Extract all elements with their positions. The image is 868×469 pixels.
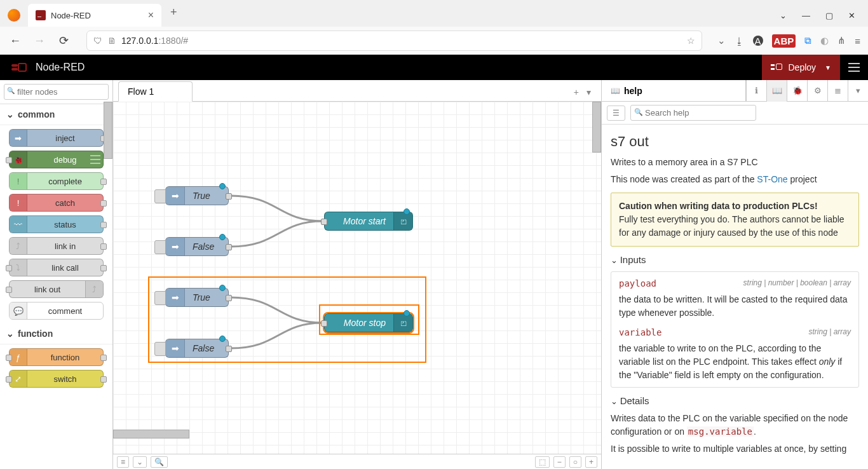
inputs-section-header[interactable]: Inputs [611,253,859,268]
caution-box: Caution when writing data to production … [611,193,859,247]
palette-sidebar: common ➡inject 🐞debug !complete !catch 〰… [0,80,113,469]
palette-node-link-out[interactable]: link out⤴ [9,280,104,298]
tab-help[interactable]: help [602,80,746,101]
input-payload: payloadstring | number | boolean | array… [611,271,859,388]
help-content[interactable]: s7 out Writes to a memory area in a S7 P… [602,125,868,469]
add-flow-button[interactable]: + [574,87,579,97]
app-header: Node-RED Deploy ▼ [0,55,868,80]
close-window-icon[interactable]: ✕ [848,11,855,20]
url-bar[interactable]: 🛡 🗎 127.0.0.1:1880/# ☆ [86,31,702,51]
inject-trigger-button[interactable] [154,189,166,203]
chevron-down-icon[interactable]: ⌄ [780,11,787,20]
zoom-in[interactable]: + [585,456,597,468]
workspace: Flow 1 + ▾ ➡True ➡False [113,80,601,469]
flow-canvas[interactable]: ➡True ➡False Motor start ⏍ ➡True [113,102,601,454]
palette-node-debug[interactable]: 🐞debug [9,151,104,168]
palette-node-switch[interactable]: ⤢switch [9,370,104,388]
workspace-tabs: Flow 1 + ▾ [113,80,601,102]
palette-node-status[interactable]: 〰status [9,215,104,233]
maximize-icon[interactable]: ▢ [825,11,833,20]
shield-icon[interactable]: 🛡 [93,36,102,46]
tab-help-icon[interactable]: 📖 [766,80,787,102]
footer-toggle-2[interactable]: ⌄ [133,456,147,468]
tab-context-icon[interactable]: ≣ [827,80,848,102]
minimize-icon[interactable]: — [802,11,810,20]
downloads-icon[interactable]: ⭳ [735,36,744,46]
tab-strip: Node-RED × + ⌄ — ▢ ✕ [0,0,868,27]
node-red-icon [11,62,31,73]
help-search-input[interactable] [630,105,756,121]
deploy-caret-icon[interactable]: ▼ [825,64,831,71]
app-title: Node-RED [36,62,85,73]
s7-out-node-motor-start[interactable]: Motor start ⏍ [324,212,413,231]
palette-node-link-call[interactable]: ⤵link call [9,259,104,276]
toc-button[interactable]: ☰ [607,105,625,121]
caution-title: Caution when writing data to production … [619,201,818,211]
abp-icon[interactable]: ABP [772,34,796,48]
window-controls: ⌄ — ▢ ✕ [780,11,855,20]
page-info-icon[interactable]: 🗎 [107,36,116,46]
inject-trigger-button[interactable] [154,240,166,254]
translate-icon[interactable]: ⧉ [804,35,811,46]
hamburger-icon[interactable]: ≡ [855,36,860,46]
tab-title: Node-RED [51,11,91,20]
palette-node-complete[interactable]: !complete [9,172,104,190]
account-icon[interactable]: A [753,36,763,46]
st-one-link[interactable]: ST-One [757,174,787,184]
close-tab-icon[interactable]: × [148,10,154,21]
palette-scrollbar[interactable] [104,102,112,159]
new-tab-button[interactable]: + [165,3,182,22]
s7-out-node-motor-stop[interactable]: Motor stop ⏍ [324,313,413,332]
footer-search[interactable]: 🔍 [151,456,168,468]
inject-trigger-button[interactable] [154,291,166,305]
palette-list[interactable]: common ➡inject 🐞debug !complete !catch 〰… [0,104,112,469]
main-menu-button[interactable] [840,55,868,80]
deploy-label: Deploy [789,62,817,72]
puzzle-icon[interactable]: ⋔ [837,35,846,46]
tab-info-icon[interactable]: ℹ [746,80,766,102]
palette-filter [0,80,112,104]
inject-trigger-button[interactable] [154,342,166,356]
back-button[interactable]: ← [8,34,23,48]
app-logo: Node-RED [11,62,85,73]
details-section-header[interactable]: Details [611,394,859,409]
palette-node-link-in[interactable]: ⤴link in [9,237,104,255]
palette-node-catch[interactable]: !catch [9,194,104,212]
tab-config-icon[interactable]: ⚙ [807,80,827,102]
category-common[interactable]: common [0,104,112,125]
help-intro: Writes to a memory area in a S7 PLC [611,156,859,169]
details-p2: It is possible to write to multiple vari… [611,442,859,456]
browser-tab[interactable]: Node-RED × [28,4,161,27]
details-p1: Writes data to the PLC on the variable s… [611,412,859,438]
palette-node-function[interactable]: ƒfunction [9,348,104,366]
bookmark-star-icon[interactable]: ☆ [687,36,695,46]
canvas-scrollbar-vertical[interactable] [592,102,601,153]
category-function[interactable]: function [0,323,112,344]
inject-node-true-2[interactable]: ➡True [165,288,229,307]
inject-node-false-2[interactable]: ➡False [165,339,229,358]
url-bar-row: ← → ⟳ 🛡 🗎 127.0.0.1:1880/# ☆ ⌄ ⭳ A ABP ⧉… [0,27,868,55]
footer-toggle-1[interactable]: ≡ [117,456,129,468]
zoom-out[interactable]: − [553,456,566,468]
browser-chrome: Node-RED × + ⌄ — ▢ ✕ ← → ⟳ 🛡 🗎 127.0.0.1… [0,0,868,55]
extension-icon[interactable]: ◐ [820,35,829,46]
inject-node-true-1[interactable]: ➡True [165,186,229,205]
firefox-icon [8,9,20,22]
tab-debug-icon[interactable]: 🐞 [787,80,807,102]
footer-map[interactable]: ⬚ [535,456,550,468]
flow-tab[interactable]: Flow 1 [118,81,193,102]
tab-more-icon[interactable]: ▾ [848,80,868,102]
inject-node-false-1[interactable]: ➡False [165,237,229,256]
flow-menu-button[interactable]: ▾ [587,87,591,97]
zoom-reset[interactable]: ○ [569,456,581,468]
palette-node-inject[interactable]: ➡inject [9,129,104,147]
filter-input[interactable] [4,84,109,100]
canvas-scrollbar-horizontal[interactable] [113,430,189,438]
deploy-button[interactable]: Deploy ▼ [762,55,841,80]
pocket-icon[interactable]: ⌄ [717,35,726,46]
sidebar-tabs: help ℹ 📖 🐞 ⚙ ≣ ▾ [602,80,868,102]
forward-button[interactable]: → [32,34,47,48]
reload-button[interactable]: ⟳ [56,34,71,48]
palette-node-comment[interactable]: 💬comment [9,302,104,320]
app-body: common ➡inject 🐞debug !complete !catch 〰… [0,80,868,469]
